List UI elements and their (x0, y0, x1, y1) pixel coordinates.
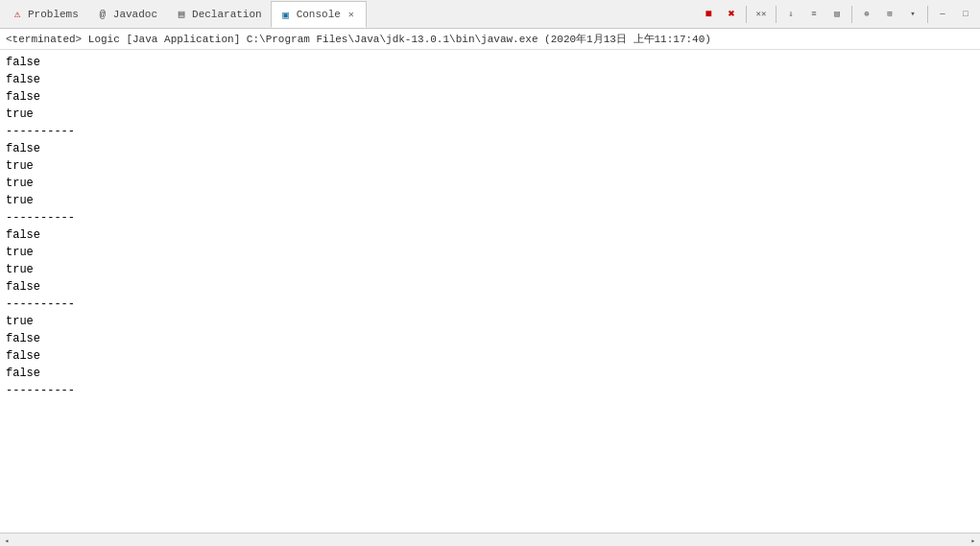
declaration-icon (175, 8, 188, 21)
stop-icon: ■ (705, 8, 711, 21)
scroll-left-arrow[interactable]: ◂ (0, 534, 13, 546)
tab-javadoc[interactable]: Javadoc (87, 1, 166, 28)
console-output[interactable]: false false false true ---------- false … (0, 50, 980, 533)
separator-1 (746, 6, 747, 23)
tab-problems[interactable]: Problems (2, 1, 87, 28)
separator-4 (927, 6, 928, 23)
terminate-button[interactable]: ✖ (721, 4, 742, 25)
new-page-icon: ▤ (834, 9, 839, 19)
minimize-icon: ─ (940, 10, 944, 19)
word-wrap-icon: ≡ (811, 10, 816, 19)
open-console-button[interactable]: ⊞ (879, 4, 900, 25)
word-wrap-button[interactable]: ≡ (803, 4, 825, 25)
console-dropdown-button[interactable]: ▾ (902, 4, 923, 25)
tab-javadoc-label: Javadoc (113, 9, 157, 20)
separator-3 (851, 6, 852, 23)
bottom-scrollbar[interactable]: ◂ ▸ (0, 533, 980, 546)
tab-problems-label: Problems (28, 9, 79, 20)
scroll-right-arrow[interactable]: ▸ (967, 534, 980, 546)
terminate-icon: ✖ (728, 7, 734, 21)
scroll-lock-button[interactable]: ⇓ (780, 4, 801, 25)
tab-console-label: Console (297, 9, 341, 20)
status-text: <terminated> Logic [Java Application] C:… (6, 32, 711, 46)
console-container: false false false true ---------- false … (0, 50, 980, 533)
separator-2 (776, 6, 777, 23)
tab-declaration-label: Declaration (192, 9, 262, 20)
status-bar: <terminated> Logic [Java Application] C:… (0, 29, 980, 50)
maximize-button[interactable]: □ (955, 4, 976, 25)
scroll-lock-icon: ⇓ (788, 9, 793, 19)
minimize-button[interactable]: ─ (932, 4, 953, 25)
stop-button[interactable]: ■ (698, 4, 719, 25)
dropdown-arrow-icon: ▾ (910, 9, 915, 19)
scroll-h-track[interactable] (13, 534, 967, 546)
tab-bar: Problems Javadoc Declaration Console ✕ ■… (0, 0, 980, 29)
pin-console-button[interactable]: ⊕ (856, 4, 877, 25)
maximize-icon: □ (963, 10, 968, 19)
toolbar-right: ■ ✖ ✕✕ ⇓ ≡ ▤ ⊕ ⊞ ▾ ─ (698, 4, 980, 25)
new-page-button[interactable]: ▤ (826, 4, 848, 25)
tab-console[interactable]: Console ✕ (271, 1, 367, 28)
console-close-icon[interactable]: ✕ (345, 8, 358, 21)
pin-icon: ⊕ (864, 9, 869, 19)
open-console-icon: ⊞ (887, 9, 892, 19)
console-icon (279, 8, 293, 21)
javadoc-icon (96, 8, 109, 21)
remove-all-icon: ✕✕ (756, 9, 767, 19)
tab-declaration[interactable]: Declaration (166, 1, 271, 28)
remove-all-button[interactable]: ✕✕ (751, 4, 772, 25)
problems-icon (11, 8, 24, 21)
